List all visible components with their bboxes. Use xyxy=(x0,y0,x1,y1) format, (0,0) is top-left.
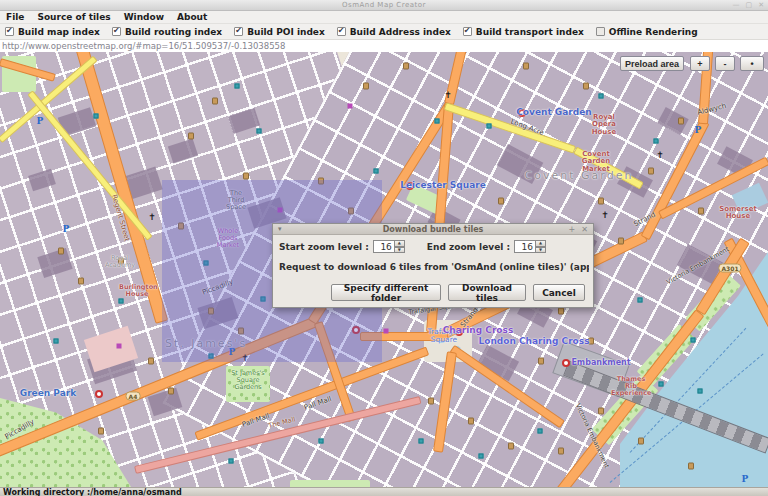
poi-marker-icon xyxy=(148,358,154,365)
parking-marker-icon: P xyxy=(63,225,70,234)
poi-marker-icon xyxy=(98,428,104,435)
specify-different-folder-button[interactable]: Specify different folder xyxy=(331,284,441,301)
bus-marker-icon xyxy=(257,129,262,134)
church-marker-icon: ✝ xyxy=(656,151,664,160)
bus-marker-icon xyxy=(691,338,696,343)
bus-marker-icon xyxy=(119,299,124,304)
index-options-toolbar: Build map indexBuild routing indexBuild … xyxy=(0,24,768,40)
map-label-thames-rib-experience: Thames Rib Experience xyxy=(611,376,651,396)
zoom-out-button[interactable]: - xyxy=(715,56,735,71)
shop-marker-icon xyxy=(384,329,389,334)
end-zoom-value[interactable]: 16 xyxy=(514,240,536,253)
bus-marker-icon xyxy=(538,429,543,434)
working-directory-text: Working directory :/home/anna/osmand xyxy=(3,488,182,496)
poi-marker-icon xyxy=(698,208,704,215)
poi-marker-icon xyxy=(428,398,434,405)
checkbox-offline-rendering[interactable]: Offline Rendering xyxy=(596,27,698,37)
start-zoom-down-icon[interactable]: ▼ xyxy=(395,247,405,254)
checkbox-build-map-index[interactable]: Build map index xyxy=(5,27,100,37)
poi-marker-icon xyxy=(538,358,544,365)
poi-marker-icon xyxy=(243,173,249,180)
bus-marker-icon xyxy=(659,382,664,387)
extra-map-button[interactable]: • xyxy=(740,56,764,71)
end-zoom-spinner[interactable]: 16 ▲ ▼ xyxy=(514,240,546,253)
poi-marker-icon xyxy=(78,278,84,285)
parking-marker-icon: P xyxy=(695,126,702,135)
map-label-royal-opera-house: Royal Opera House xyxy=(587,114,621,136)
checkbox-build-address-index[interactable]: Build Address index xyxy=(337,27,451,37)
checkbox-build-transport-index[interactable]: Build transport index xyxy=(463,27,584,37)
end-zoom-down-icon[interactable]: ▼ xyxy=(536,247,546,254)
poi-marker-icon xyxy=(498,198,504,205)
download-tiles-button[interactable]: Download tiles xyxy=(448,284,526,301)
zoom-in-button[interactable]: + xyxy=(690,56,710,71)
checked-checkbox-icon[interactable] xyxy=(234,27,243,36)
dialog-titlebar[interactable]: ▾ Download bundle tiles + ✕ xyxy=(273,224,593,235)
poi-marker-icon xyxy=(558,308,564,315)
bus-marker-icon xyxy=(54,339,59,344)
poi-marker-icon xyxy=(583,83,589,90)
map-label-burlington-house: Burlington House xyxy=(119,284,155,298)
bus-marker-icon xyxy=(435,119,440,124)
poi-marker-icon xyxy=(403,63,409,70)
download-request-message: Request to download 6 tiles from 'OsmAnd… xyxy=(279,262,589,272)
poi-marker-icon xyxy=(468,418,474,425)
checkbox-label: Offline Rendering xyxy=(609,27,698,37)
checked-checkbox-icon[interactable] xyxy=(337,27,346,36)
bus-marker-icon xyxy=(235,84,240,89)
poi-marker-icon xyxy=(558,448,564,455)
checked-checkbox-icon[interactable] xyxy=(5,27,14,36)
church-marker-icon: ✝ xyxy=(148,213,156,222)
start-zoom-value[interactable]: 16 xyxy=(373,240,395,253)
window-controls: — ▢ ✕ xyxy=(733,1,765,9)
maximize-icon[interactable]: ▢ xyxy=(746,1,753,9)
checkbox-build-routing-index[interactable]: Build routing index xyxy=(112,27,222,37)
map-label-london-charing-cross: London Charing Cross xyxy=(478,337,589,346)
menu-item-source-of-tiles[interactable]: Source of tiles xyxy=(37,12,110,22)
checkbox-label: Build routing index xyxy=(125,27,222,37)
dialog-maximize-icon[interactable]: + xyxy=(569,225,576,234)
start-zoom-label: Start zoom level : xyxy=(279,242,369,252)
cancel-button[interactable]: Cancel xyxy=(533,284,585,301)
tube-marker-icon xyxy=(562,359,570,367)
start-zoom-spinner[interactable]: 16 ▲ ▼ xyxy=(373,240,405,253)
st-james-park-edge xyxy=(290,480,370,487)
shop-marker-icon xyxy=(348,104,353,109)
bus-marker-icon xyxy=(654,139,659,144)
map-label-leicester-square: Leicester Square xyxy=(400,181,486,190)
menu-item-about[interactable]: About xyxy=(177,12,207,22)
poi-marker-icon xyxy=(638,438,644,445)
osm-url-text[interactable]: http://www.openstreetmap.org/#map=16/51.… xyxy=(2,41,285,51)
map-label-charing-cross: Charing Cross xyxy=(443,326,514,335)
poi-marker-icon xyxy=(523,63,529,70)
parking-marker-icon: P xyxy=(37,117,44,126)
url-bar[interactable]: http://www.openstreetmap.org/#map=16/51.… xyxy=(0,40,768,52)
bus-marker-icon xyxy=(638,298,643,303)
unchecked-checkbox-icon[interactable] xyxy=(596,27,605,36)
poi-marker-icon xyxy=(212,98,218,105)
poi-marker-icon xyxy=(648,168,654,175)
minimize-icon[interactable]: — xyxy=(733,1,740,9)
menu-item-file[interactable]: File xyxy=(6,12,24,22)
end-zoom-label: End zoom level : xyxy=(427,242,510,252)
poi-marker-icon xyxy=(598,198,604,205)
checkbox-build-poi-index[interactable]: Build POI index xyxy=(234,27,325,37)
download-bundle-tiles-dialog: ▾ Download bundle tiles + ✕ Start zoom l… xyxy=(272,223,594,308)
checked-checkbox-icon[interactable] xyxy=(463,27,472,36)
map-label-covent-garden: Covent Garden xyxy=(516,108,591,117)
poi-marker-icon xyxy=(598,408,604,415)
preload-area-button[interactable]: Preload area xyxy=(620,56,684,71)
map-label-royal-academy: Royal Academy xyxy=(100,255,140,269)
dialog-close-icon[interactable]: ✕ xyxy=(581,225,588,234)
menu-bar: FileSource of tilesWindowAbout xyxy=(0,11,768,24)
menu-item-window[interactable]: Window xyxy=(124,12,164,22)
checked-checkbox-icon[interactable] xyxy=(112,27,121,36)
checkbox-label: Build transport index xyxy=(476,27,584,37)
bus-marker-icon xyxy=(374,169,379,174)
poi-marker-icon xyxy=(363,83,369,90)
close-icon[interactable]: ✕ xyxy=(758,1,764,9)
bus-marker-icon xyxy=(94,114,99,119)
tube-marker-icon xyxy=(95,390,103,398)
map-label-embankment: Embankment xyxy=(571,359,630,367)
checkbox-label: Build POI index xyxy=(247,27,325,37)
